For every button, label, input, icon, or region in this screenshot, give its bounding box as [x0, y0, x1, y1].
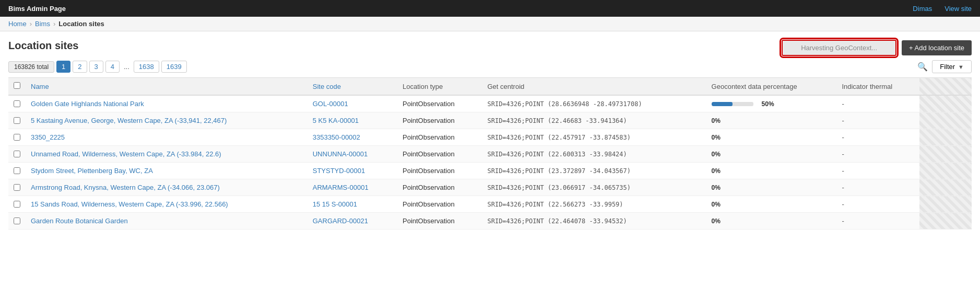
- breadcrumb-home[interactable]: Home: [8, 20, 27, 28]
- user-link[interactable]: Dimas: [913, 5, 932, 13]
- row-geocontext-pct: 0%: [706, 112, 837, 129]
- row-checkbox[interactable]: [14, 151, 20, 157]
- row-site-code-link[interactable]: GARGARD-00021: [313, 217, 368, 225]
- col-get-centroid: Get centroid: [482, 78, 706, 96]
- row-location-type: PointObservation: [397, 213, 482, 230]
- row-name: 5 Kastaing Avenue, George, Western Cape,…: [26, 112, 308, 129]
- row-site-code: GOL-00001: [308, 95, 397, 112]
- toolbar-left: 163826 total 1 2 3 4 ... 1638 1639: [8, 61, 187, 73]
- row-name-link[interactable]: Garden Route Botanical Garden: [31, 217, 128, 225]
- row-checkbox[interactable]: [14, 117, 20, 124]
- page-btn-2[interactable]: 2: [73, 61, 87, 73]
- pct-text: 0%: [712, 151, 721, 158]
- row-indicator-thermal: -: [836, 95, 919, 112]
- page-btn-3[interactable]: 3: [89, 61, 103, 73]
- row-name-link[interactable]: 3350_2225: [31, 133, 65, 141]
- row-name-link[interactable]: Unnamed Road, Wilderness, Western Cape, …: [31, 150, 221, 158]
- row-centroid: SRID=4326;POINT (23.066917 -34.065735): [482, 179, 706, 196]
- table-row: Stydom Street, Plettenberg Bay, WC, ZAST…: [8, 163, 972, 179]
- breadcrumb-sep1: ›: [30, 20, 32, 28]
- progress-bar-bg: [712, 102, 753, 106]
- row-stripes: [919, 213, 972, 230]
- row-stripes: [919, 95, 972, 112]
- row-name-link[interactable]: 5 Kastaing Avenue, George, Western Cape,…: [31, 117, 227, 124]
- col-name[interactable]: Name: [26, 78, 308, 96]
- row-checkbox-cell: [8, 129, 26, 146]
- row-name-link[interactable]: 15 Sands Road, Wilderness, Western Cape,…: [31, 200, 228, 208]
- row-centroid: SRID=4326;POINT (22.464078 -33.94532): [482, 213, 706, 230]
- row-site-code: 5 K5 KA-00001: [308, 112, 397, 129]
- table-row: 5 Kastaing Avenue, George, Western Cape,…: [8, 112, 972, 129]
- table-row: Garden Route Botanical GardenGARGARD-000…: [8, 213, 972, 230]
- pct-text: 0%: [712, 117, 721, 124]
- top-bar-links: Dimas View site: [913, 5, 972, 13]
- row-geocontext-pct: 0%: [706, 129, 837, 146]
- row-checkbox-cell: [8, 146, 26, 163]
- select-all-checkbox[interactable]: [14, 82, 20, 89]
- row-site-code: UNNUNNA-00001: [308, 146, 397, 163]
- row-indicator-thermal: -: [836, 179, 919, 196]
- row-checkbox[interactable]: [14, 167, 20, 174]
- search-icon[interactable]: 🔍: [917, 62, 928, 72]
- row-name: Garden Route Botanical Garden: [26, 213, 308, 230]
- page-btn-1638[interactable]: 1638: [134, 61, 159, 73]
- row-site-code-link[interactable]: 15 15 S-00001: [313, 200, 357, 208]
- row-checkbox[interactable]: [14, 218, 20, 224]
- page-btn-4[interactable]: 4: [105, 61, 120, 73]
- harvesting-button[interactable]: Harvesting GeoContext...: [782, 40, 896, 56]
- row-name: Stydom Street, Plettenberg Bay, WC, ZA: [26, 163, 308, 179]
- breadcrumb-bims[interactable]: Bims: [35, 20, 50, 28]
- row-centroid: SRID=4326;POINT (23.372897 -34.043567): [482, 163, 706, 179]
- pct-text: 0%: [712, 167, 721, 175]
- row-stripes: [919, 129, 972, 146]
- row-name: Golden Gate Highlands National Park: [26, 95, 308, 112]
- row-site-code-link[interactable]: GOL-00001: [313, 100, 348, 108]
- top-bar: Bims Admin Page Dimas View site: [0, 0, 980, 17]
- row-site-code-link[interactable]: UNNUNNA-00001: [313, 150, 368, 158]
- col-geocontext-pct: Geocontext data percentage: [706, 78, 837, 96]
- row-checkbox[interactable]: [14, 184, 20, 191]
- row-name-link[interactable]: Stydom Street, Plettenberg Bay, WC, ZA: [31, 167, 153, 175]
- page-title: Location sites: [8, 40, 78, 52]
- row-location-type: PointObservation: [397, 95, 482, 112]
- row-checkbox[interactable]: [14, 100, 20, 107]
- row-location-type: PointObservation: [397, 196, 482, 213]
- filter-button[interactable]: Filter ▼: [932, 60, 972, 73]
- row-name: 15 Sands Road, Wilderness, Western Cape,…: [26, 196, 308, 213]
- row-site-code: 15 15 S-00001: [308, 196, 397, 213]
- row-indicator-thermal: -: [836, 146, 919, 163]
- row-geocontext-pct: 0%: [706, 146, 837, 163]
- view-site-link[interactable]: View site: [944, 5, 972, 13]
- pagination: 163826 total 1 2 3 4 ... 1638 1639: [8, 61, 187, 73]
- row-location-type: PointObservation: [397, 163, 482, 179]
- row-site-code-link[interactable]: ARMARMS-00001: [313, 184, 369, 191]
- row-site-code: 3353350-00002: [308, 129, 397, 146]
- row-name: Unnamed Road, Wilderness, Western Cape, …: [26, 146, 308, 163]
- row-site-code-link[interactable]: STYSTYD-00001: [313, 167, 365, 175]
- row-geocontext-pct: 0%: [706, 179, 837, 196]
- row-site-code-link[interactable]: 5 K5 KA-00001: [313, 117, 359, 124]
- page-btn-1639[interactable]: 1639: [161, 61, 187, 73]
- row-site-code: ARMARMS-00001: [308, 179, 397, 196]
- col-check: [8, 78, 26, 96]
- row-indicator-thermal: -: [836, 129, 919, 146]
- row-location-type: PointObservation: [397, 179, 482, 196]
- row-indicator-thermal: -: [836, 196, 919, 213]
- row-name-link[interactable]: Golden Gate Highlands National Park: [31, 100, 144, 108]
- add-location-button[interactable]: + Add location site: [902, 40, 972, 55]
- page-btn-1[interactable]: 1: [56, 61, 70, 73]
- toolbar: 163826 total 1 2 3 4 ... 1638 1639 🔍 Fil…: [0, 60, 980, 77]
- row-location-type: PointObservation: [397, 129, 482, 146]
- row-site-code-link[interactable]: 3353350-00002: [313, 133, 360, 141]
- row-name-link[interactable]: Armstrong Road, Knysna, Western Cape, ZA…: [31, 184, 220, 191]
- row-centroid: SRID=4326;POINT (22.457917 -33.874583): [482, 129, 706, 146]
- table-row: Unnamed Road, Wilderness, Western Cape, …: [8, 146, 972, 163]
- row-geocontext-pct: 0%: [706, 163, 837, 179]
- col-indicator-thermal: Indicator thermal: [836, 78, 919, 96]
- row-checkbox[interactable]: [14, 134, 20, 141]
- col-site-code[interactable]: Site code: [308, 78, 397, 96]
- row-stripes: [919, 179, 972, 196]
- breadcrumb: Home › Bims › Location sites: [0, 17, 980, 31]
- row-checkbox[interactable]: [14, 201, 20, 208]
- pct-text: 0%: [712, 201, 721, 208]
